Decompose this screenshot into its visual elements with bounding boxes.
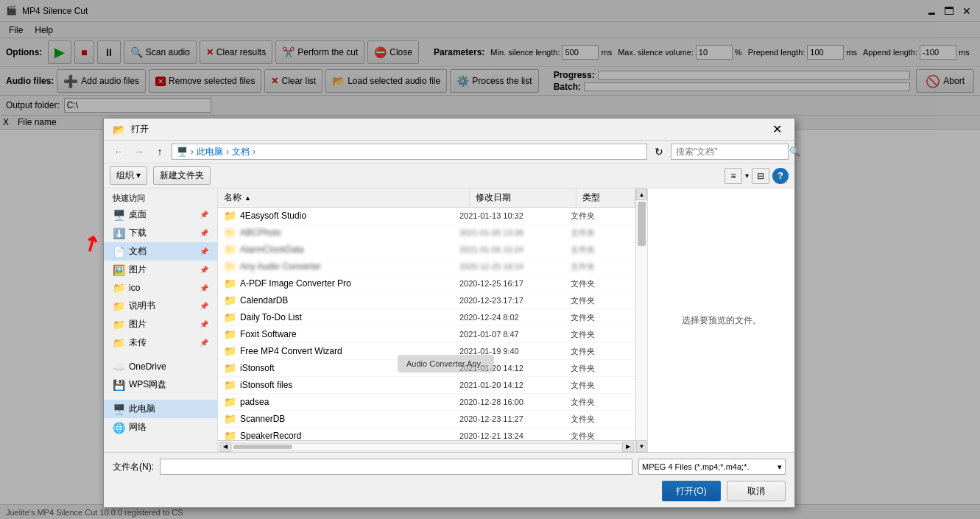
dialog-open-button[interactable]: 打开(O) bbox=[662, 481, 721, 501]
vscroll-up-button[interactable]: ▲ bbox=[636, 188, 647, 200]
vscroll-down-button[interactable]: ▼ bbox=[636, 440, 647, 452]
file-row[interactable]: 📁CalendarDB2020-12-23 17:17文件夹 bbox=[218, 292, 635, 309]
file-row[interactable]: 📁A-PDF Image Converter Pro2020-12-25 16:… bbox=[218, 275, 635, 292]
pin-manual[interactable]: 📌 bbox=[200, 302, 208, 310]
sidebar-ico[interactable]: 📁 ico 📌 bbox=[104, 279, 217, 297]
file-row[interactable]: 📁ScannerDB2020-12-23 11:27文件夹 bbox=[218, 411, 635, 428]
pin-pictures[interactable]: 📌 bbox=[200, 266, 208, 274]
file-list-scroll[interactable]: 📁4Easysoft Studio2021-01-13 10:32文件夹📁ABC… bbox=[218, 208, 635, 440]
file-row[interactable]: 📁4Easysoft Studio2021-01-13 10:32文件夹 bbox=[218, 208, 635, 225]
vscroll-track[interactable] bbox=[636, 200, 647, 440]
dialog-body: 快速访问 🖥️ 桌面 📌 ⬇️ 下载 📌 bbox=[104, 188, 794, 452]
file-type: 文件夹 bbox=[571, 295, 630, 306]
unsent-icon: 📁 bbox=[113, 337, 124, 349]
dialog-bottom: 文件名(N): MPEG 4 Files (*.mp4;*.m4a;*. ▾ 打… bbox=[104, 452, 794, 504]
sort-arrow: ▲ bbox=[244, 194, 251, 202]
file-date: 2021-01-06 15:24 bbox=[459, 245, 566, 254]
pin-images[interactable]: 📌 bbox=[200, 320, 208, 328]
pin-downloads[interactable]: 📌 bbox=[200, 229, 208, 237]
file-row[interactable]: 📁iStonsoft2021-01-20 14:12文件夹 bbox=[218, 360, 635, 377]
hscroll-right-button[interactable]: ▶ bbox=[622, 442, 634, 452]
dialog-sidebar: 快速访问 🖥️ 桌面 📌 ⬇️ 下载 📌 bbox=[104, 188, 218, 452]
file-open-dialog-overlay: 📂 打开 ✕ ← → ↑ 🖥️ › 此电脑 › 文档 › bbox=[0, 116, 980, 504]
file-row[interactable]: 📁AlarmClockData2021-01-06 15:24文件夹 bbox=[218, 241, 635, 258]
vscroll-thumb[interactable] bbox=[638, 202, 646, 246]
nav-back-button[interactable]: ← bbox=[110, 144, 127, 160]
downloads-icon: ⬇️ bbox=[113, 227, 124, 239]
sidebar-onedrive[interactable]: ☁️ OneDrive bbox=[104, 358, 217, 375]
breadcrumb-documents[interactable]: 文档 bbox=[232, 146, 250, 158]
file-row[interactable]: 📁SpeakerRecord2020-12-21 13:24文件夹 bbox=[218, 428, 635, 440]
view-list-button[interactable]: ≡ bbox=[725, 168, 742, 184]
vertical-scrollbar[interactable]: ▲ ▼ bbox=[635, 188, 647, 452]
hscroll-track[interactable] bbox=[231, 443, 622, 451]
sidebar-documents[interactable]: 📄 文档 📌 bbox=[104, 242, 217, 261]
folder-icon: 📁 bbox=[224, 362, 236, 374]
file-row[interactable]: 📁Daily To-Do List2020-12-24 8:02文件夹 bbox=[218, 309, 635, 326]
filename-input[interactable] bbox=[160, 459, 632, 475]
pin-desktop[interactable]: 📌 bbox=[200, 211, 208, 219]
col-type-header[interactable]: 类型 bbox=[577, 188, 635, 207]
sidebar-manual[interactable]: 📁 说明书 📌 bbox=[104, 297, 217, 315]
file-row[interactable]: 📁Any Audio Converter2020-12-25 18:24文件夹 bbox=[218, 258, 635, 275]
file-type: 文件夹 bbox=[571, 431, 630, 441]
nav-up-button[interactable]: ↑ bbox=[151, 144, 169, 160]
file-row[interactable]: 📁iStonsoft files2021-01-20 14:12文件夹 bbox=[218, 377, 635, 394]
dialog-title-bar: 📂 打开 ✕ bbox=[104, 119, 794, 141]
file-type: 文件夹 bbox=[571, 414, 630, 425]
pin-ico[interactable]: 📌 bbox=[200, 284, 208, 292]
filetype-arrow-icon: ▾ bbox=[778, 462, 782, 472]
folder-icon: 📁 bbox=[224, 345, 236, 357]
file-type: 文件夹 bbox=[571, 346, 630, 357]
file-name: Foxit Software bbox=[240, 329, 455, 339]
nav-forward-button[interactable]: → bbox=[130, 144, 148, 160]
sidebar-wps[interactable]: 💾 WPS网盘 bbox=[104, 375, 217, 394]
file-type: 文件夹 bbox=[571, 227, 630, 239]
col-date-header[interactable]: 修改日期 bbox=[470, 188, 577, 207]
help-button[interactable]: ? bbox=[772, 168, 789, 184]
file-row[interactable]: 📁Free MP4 Convert Wizard2021-01-19 9:40文… bbox=[218, 343, 635, 360]
file-row[interactable]: 📁ABCPhoto2021-01-05 13:38文件夹 bbox=[218, 225, 635, 241]
sidebar-thispc[interactable]: 🖥️ 此电脑 bbox=[104, 400, 217, 418]
file-type: 文件夹 bbox=[571, 211, 630, 222]
documents-icon: 📄 bbox=[113, 246, 124, 258]
folder-icon: 📁 bbox=[224, 430, 236, 440]
new-folder-button[interactable]: 新建文件夹 bbox=[153, 166, 211, 185]
horizontal-scrollbar[interactable]: ◀ ▶ bbox=[218, 440, 635, 452]
file-list-area: 名称 ▲ 修改日期 类型 bbox=[218, 188, 647, 452]
new-folder-label: 新建文件夹 bbox=[160, 169, 204, 182]
file-date: 2021-01-05 13:38 bbox=[459, 228, 566, 237]
col-date-label: 修改日期 bbox=[476, 191, 511, 204]
hscroll-thumb[interactable] bbox=[233, 445, 292, 449]
desktop-icon: 🖥️ bbox=[113, 209, 124, 221]
dialog-cancel-button[interactable]: 取消 bbox=[727, 481, 786, 501]
sidebar-downloads[interactable]: ⬇️ 下载 📌 bbox=[104, 224, 217, 242]
sidebar-pictures[interactable]: 🖼️ 图片 📌 bbox=[104, 261, 217, 279]
network-icon: 🌐 bbox=[113, 422, 124, 434]
search-input[interactable] bbox=[676, 146, 786, 157]
file-row[interactable]: 📁Foxit Software2021-01-07 8:47文件夹 bbox=[218, 326, 635, 343]
folder-icon: 📁 bbox=[224, 278, 236, 289]
sidebar-desktop[interactable]: 🖥️ 桌面 📌 bbox=[104, 205, 217, 224]
file-row[interactable]: 📁padsea2020-12-28 16:00文件夹 bbox=[218, 394, 635, 411]
sidebar-unsent[interactable]: 📁 未传 📌 bbox=[104, 333, 217, 352]
view-options: ≡ ▾ ⊟ ? bbox=[725, 168, 789, 184]
organize-button[interactable]: 组织 ▾ bbox=[110, 166, 147, 185]
file-list-header: 名称 ▲ 修改日期 类型 bbox=[218, 188, 635, 208]
file-name: iStonsoft files bbox=[240, 380, 455, 390]
folder-icon: 📁 bbox=[224, 261, 236, 272]
sidebar-network[interactable]: 🌐 网络 bbox=[104, 418, 217, 437]
folder-icon: 📁 bbox=[224, 294, 236, 306]
filetype-dropdown[interactable]: MPEG 4 Files (*.mp4;*.m4a;*. ▾ bbox=[638, 459, 786, 475]
dialog-close-button[interactable]: ✕ bbox=[768, 121, 786, 138]
view-pane-button[interactable]: ⊟ bbox=[752, 168, 769, 184]
breadcrumb-pc[interactable]: 此电脑 bbox=[197, 146, 223, 158]
hscroll-left-button[interactable]: ◀ bbox=[219, 442, 231, 452]
pin-documents[interactable]: 📌 bbox=[200, 247, 208, 255]
file-date: 2020-12-23 11:27 bbox=[459, 414, 566, 423]
nav-refresh-button[interactable]: ↻ bbox=[650, 144, 668, 160]
pin-unsent[interactable]: 📌 bbox=[200, 339, 208, 347]
sidebar-images[interactable]: 📁 图片 📌 bbox=[104, 315, 217, 333]
col-name-header[interactable]: 名称 ▲ bbox=[218, 188, 470, 207]
breadcrumb-bar: 🖥️ › 此电脑 › 文档 › bbox=[172, 144, 647, 160]
